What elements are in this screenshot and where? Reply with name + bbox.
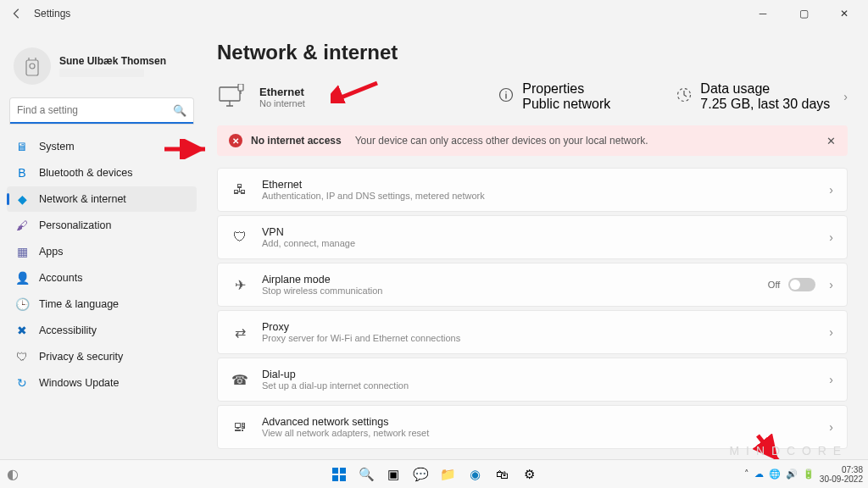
nav-label: Time & language [39,298,119,310]
setting-card-advanced-network-settings[interactable]: 🖳 Advanced network settings View all net… [217,405,848,449]
ethernet-title: Ethernet [259,86,305,98]
tray-chevron-icon[interactable]: ˄ [744,469,749,480]
taskbar-search-icon[interactable]: 🔍 [355,463,377,485]
properties-sub: Public network [522,97,610,112]
card-sub: Add, connect, manage [262,238,355,248]
connection-status[interactable]: Ethernet No internet [217,81,478,112]
sidebar-item-accounts[interactable]: 👤Accounts [7,265,197,291]
nav-label: Accessibility [39,324,97,336]
network-tray-icon[interactable]: 🌐 [769,469,781,480]
weather-widget[interactable]: ◐ [0,466,19,482]
card-sub: Set up a dial-up internet connection [262,380,409,391]
card-sub: Stop wireless communication [262,286,382,296]
card-title: Dial-up [262,369,409,380]
task-view-icon[interactable]: ▣ [382,463,404,485]
search-icon: 🔍 [173,104,186,117]
svg-rect-2 [220,87,240,101]
edge-icon[interactable]: ◉ [464,463,486,485]
properties-title: Properties [522,81,610,97]
nav-icon: B [15,166,29,180]
chevron-right-icon: › [829,278,833,291]
profile-block[interactable]: Sune Ulbæk Thomsen [7,34,197,95]
card-title: VPN [262,226,355,238]
svg-rect-13 [340,468,346,474]
sidebar-item-privacy-security[interactable]: 🛡Privacy & security [7,344,197,369]
back-arrow-icon [11,8,23,19]
store-icon[interactable]: 🛍 [491,463,513,485]
svg-rect-0 [26,60,38,75]
chevron-right-icon: › [829,325,833,339]
nav-label: Accounts [39,272,82,284]
back-button[interactable] [7,3,27,24]
battery-icon[interactable]: 🔋 [803,469,815,480]
nav-icon: 🖌 [15,219,29,232]
datausage-title: Data usage [700,81,830,97]
svg-rect-12 [332,468,338,474]
sidebar-item-network-internet[interactable]: ◆Network & internet [7,186,197,212]
alert-close-button[interactable]: ✕ [826,135,836,147]
setting-card-airplane-mode[interactable]: ✈ Airplane mode Stop wireless communicat… [217,263,848,307]
card-icon: 🖧 [231,181,248,198]
card-icon: 🛡 [231,229,248,246]
card-icon: ☎ [231,371,248,388]
setting-card-proxy[interactable]: ⇄ Proxy Proxy server for Wi-Fi and Ether… [217,310,848,354]
card-sub: Proxy server for Wi-Fi and Ethernet conn… [262,333,460,343]
info-icon [498,87,514,106]
avatar-icon [23,55,42,77]
sidebar-item-time-language[interactable]: 🕒Time & language [7,291,197,317]
sidebar-item-apps[interactable]: ▦Apps [7,239,197,264]
search-input[interactable] [17,104,173,116]
close-button[interactable]: ✕ [827,2,861,25]
avatar [14,47,51,85]
clock[interactable]: 07:38 30-09-2022 [820,465,863,484]
card-icon: 🖳 [231,419,248,435]
chevron-right-icon: › [829,420,833,434]
nav-icon: 🛡 [15,350,29,363]
alert-bar: ✕ No internet access Your device can onl… [217,125,848,156]
sidebar-item-windows-update[interactable]: ↻Windows Update [7,370,197,396]
card-sub: View all network adapters, network reset [262,428,429,438]
clock-chart-icon [676,87,692,106]
svg-rect-3 [238,84,243,91]
file-explorer-icon[interactable]: 📁 [437,463,459,485]
sidebar-item-bluetooth-devices[interactable]: BBluetooth & devices [7,160,197,186]
setting-card-ethernet[interactable]: 🖧 Ethernet Authentication, IP and DNS se… [217,168,848,212]
properties-block[interactable]: Properties Public network [498,81,610,112]
chat-icon[interactable]: 💬 [409,463,431,485]
chevron-right-icon: › [829,230,833,244]
start-button[interactable] [328,463,350,485]
settings-icon[interactable]: ⚙ [518,463,540,485]
svg-rect-15 [340,475,346,481]
card-title: Advanced network settings [262,416,429,428]
chevron-right-icon: › [829,183,833,197]
nav-label: Bluetooth & devices [39,167,133,179]
datausage-block[interactable]: Data usage 7.25 GB, last 30 days › [676,81,848,112]
nav-icon: ◆ [15,192,29,206]
setting-card-vpn[interactable]: 🛡 VPN Add, connect, manage › [217,215,848,259]
profile-name: Sune Ulbæk Thomsen [59,55,166,67]
sidebar-item-system[interactable]: 🖥System [7,134,197,159]
card-icon: ⇄ [231,324,248,341]
maximize-button[interactable]: ▢ [787,2,821,25]
setting-card-dial-up[interactable]: ☎ Dial-up Set up a dial-up internet conn… [217,358,848,402]
svg-rect-14 [332,475,338,481]
toggle-switch[interactable] [788,278,815,291]
svg-point-1 [30,64,35,69]
onedrive-icon[interactable]: ☁ [754,469,764,480]
sidebar-item-personalization[interactable]: 🖌Personalization [7,213,197,238]
nav-label: System [39,141,75,152]
nav-icon: 🕒 [15,297,29,311]
ethernet-sub: No internet [259,98,305,108]
card-title: Proxy [262,321,460,333]
minimize-button[interactable]: ─ [746,2,780,25]
chevron-right-icon: › [829,373,833,386]
nav-label: Network & internet [39,193,126,205]
profile-email [59,69,144,77]
search-box[interactable]: 🔍 [10,98,193,124]
volume-icon[interactable]: 🔊 [786,469,798,480]
taskbar: ◐ 🔍 ▣ 💬 📁 ◉ 🛍 ⚙ ˄ ☁ 🌐 🔊 🔋 07:38 30-09-20… [0,459,868,488]
card-icon: ✈ [231,276,248,293]
monitor-icon [217,81,248,112]
chevron-right-icon: › [843,90,848,103]
sidebar-item-accessibility[interactable]: ✖Accessibility [7,318,197,343]
